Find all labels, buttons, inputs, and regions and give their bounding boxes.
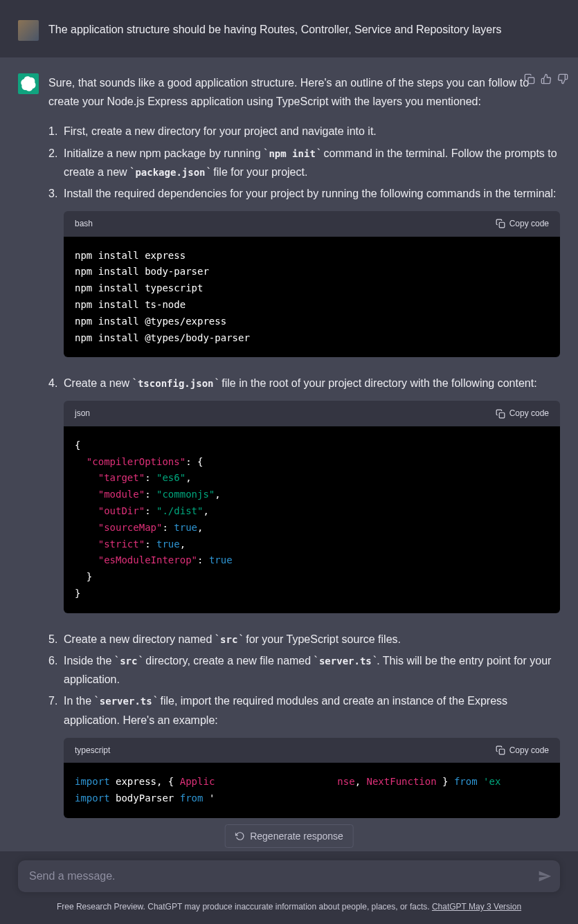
refresh-icon (235, 831, 244, 841)
code-header: typescript Copy code (64, 738, 560, 763)
step-6: Inside the `src` directory, create a new… (48, 651, 560, 689)
send-icon[interactable] (538, 869, 552, 883)
svg-rect-3 (528, 78, 534, 84)
code-block-json: json Copy code { "compilerOptions": { "t… (64, 401, 560, 613)
input-placeholder: Send a message. (29, 870, 116, 882)
clipboard-icon (496, 409, 505, 419)
steps-list: First, create a new directory for your p… (48, 122, 560, 817)
copy-code-button[interactable]: Copy code (496, 743, 549, 757)
step-5: Create a new directory named `src` for y… (48, 630, 560, 649)
copy-code-button[interactable]: Copy code (496, 406, 549, 420)
assistant-intro: Sure, that sounds like a good applicatio… (48, 73, 560, 111)
step-7: In the `server.ts` file, import the requ… (48, 691, 560, 817)
step-1: First, create a new directory for your p… (48, 122, 560, 141)
code-block-bash: bash Copy code npm install express npm i… (64, 211, 560, 357)
svg-rect-0 (499, 223, 505, 228)
code-block-typescript: typescript Copy code import express, { A… (64, 738, 560, 818)
step-4: Create a new `tsconfig.json` file in the… (48, 374, 560, 613)
code-lang: typescript (75, 743, 110, 757)
code-header: bash Copy code (64, 211, 560, 236)
code-body: npm install express npm install body-par… (64, 237, 560, 358)
clipboard-icon[interactable] (524, 73, 535, 84)
step-2: Initialize a new npm package by running … (48, 144, 560, 181)
message-input[interactable]: Send a message. (18, 860, 560, 892)
footer-text: Free Research Preview. ChatGPT may produ… (18, 902, 560, 912)
assistant-avatar (18, 73, 39, 94)
version-link[interactable]: ChatGPT May 3 Version (432, 902, 521, 912)
code-lang: json (75, 406, 90, 420)
thumbs-down-icon[interactable] (557, 73, 568, 84)
user-message-row: The application structure should be havi… (0, 0, 578, 57)
code-body: { "compilerOptions": { "target": "es6", … (64, 426, 560, 613)
user-message-text: The application structure should be havi… (48, 20, 560, 41)
input-area: Send a message. Free Research Preview. C… (0, 860, 578, 924)
clipboard-icon (496, 745, 505, 755)
code-body: import express, { Application, Request, … (64, 763, 560, 818)
step-3: Install the required dependencies for yo… (48, 184, 560, 357)
assistant-message-row: Sure, that sounds like a good applicatio… (0, 57, 578, 851)
code-lang: bash (75, 217, 93, 230)
code-header: json Copy code (64, 401, 560, 426)
svg-rect-2 (499, 749, 505, 754)
svg-rect-1 (499, 413, 505, 418)
assistant-message-content: Sure, that sounds like a good applicatio… (48, 73, 560, 835)
thumbs-up-icon[interactable] (541, 73, 552, 84)
user-avatar (18, 20, 39, 41)
message-actions (524, 73, 568, 84)
copy-code-button[interactable]: Copy code (496, 217, 549, 230)
regenerate-button[interactable]: Regenerate response (224, 824, 354, 848)
clipboard-icon (496, 219, 505, 228)
